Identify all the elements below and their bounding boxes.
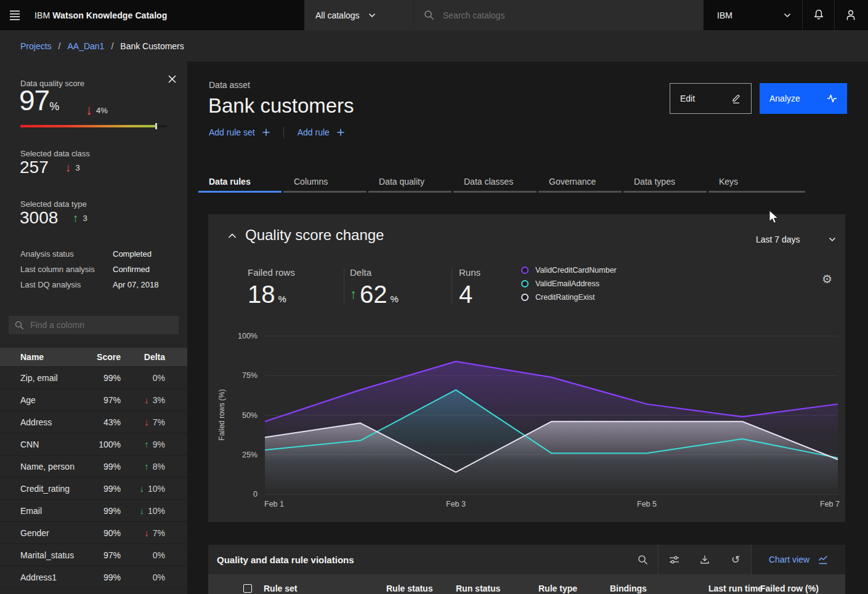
nav-left: IBMWatson Knowledge Catalog (0, 0, 304, 30)
legend-ring-icon (521, 294, 529, 301)
table-row[interactable]: Gender90%↓7% (0, 521, 187, 544)
collapse-chevron-up-icon[interactable] (224, 233, 240, 239)
menu-icon[interactable] (0, 0, 30, 30)
column-score: 90% (83, 528, 121, 538)
column-delta: ↑9% (121, 439, 165, 449)
delta-value: 3% (153, 395, 165, 405)
close-icon[interactable] (166, 73, 179, 86)
reset-refresh-icon[interactable]: ↺ (720, 545, 751, 574)
chevron-down-icon (829, 237, 836, 242)
dq-score-marker (155, 123, 157, 129)
app-title: IBMWatson Knowledge Catalog (34, 10, 167, 20)
analysis-meta: Analysis statusCompletedLast column anal… (20, 246, 168, 292)
data-type-delta: ↑ 3 (73, 212, 87, 224)
chart-title: Quality score change (245, 227, 384, 244)
download-icon[interactable] (689, 545, 720, 574)
table-row[interactable]: Credit_rating99%↓10% (0, 477, 187, 499)
column-score: 43% (83, 417, 121, 427)
stat-failed-rows: Failed rows 18% (248, 267, 295, 305)
gear-icon[interactable]: ⚙ (818, 273, 836, 286)
table-row[interactable]: Address43%↓7% (0, 411, 187, 433)
down-arrow-icon: ↓ (144, 417, 149, 427)
data-type-value: 3008 (20, 208, 58, 228)
data-class-value: 257 (20, 158, 49, 177)
table-row[interactable]: Zip, email99%0% (0, 366, 187, 388)
table-row[interactable]: Marital_status97%0% (0, 544, 187, 566)
meta-row: Analysis statusCompleted (20, 246, 168, 262)
breadcrumb-separator: / (111, 41, 113, 51)
tab-data-quality[interactable]: Data quality (368, 172, 452, 193)
table-row[interactable]: ↑ (0, 588, 187, 594)
quality-score-line-chart: 025%50%75%100%Failed rows (%)Feb 1Feb 3F… (208, 324, 845, 515)
user-avatar-icon[interactable] (834, 0, 866, 30)
tab-columns[interactable]: Columns (283, 172, 367, 193)
account-selector[interactable]: IBM (704, 0, 802, 30)
violations-col-header: Rule status (386, 584, 432, 593)
time-range-selector[interactable]: Last 7 days (756, 235, 836, 244)
column-name: Gender (20, 528, 83, 538)
catalog-selector[interactable]: All catalogs (304, 0, 414, 30)
column-delta: ↓10% (121, 484, 165, 494)
filter-settings-adjust-icon[interactable] (659, 545, 689, 574)
app-root: IBMWatson Knowledge Catalog All catalogs… (0, 0, 868, 594)
select-all-checkbox[interactable] (243, 584, 252, 593)
chart-view-toggle[interactable]: Chart view (752, 545, 845, 574)
violations-col-header: Rule type (538, 584, 577, 593)
breadcrumb-separator: / (59, 41, 61, 51)
table-row[interactable]: Age97%↓3% (0, 388, 187, 411)
legend-item[interactable]: ValidCreditCardNumber (521, 266, 617, 275)
down-arrow-icon: ↓ (65, 162, 71, 174)
svg-text:Feb 1: Feb 1 (264, 500, 284, 508)
legend-item[interactable]: ValidEmailAddress (521, 279, 617, 288)
data-type-label: Selected data type (20, 199, 87, 209)
column-delta: ↓10% (121, 506, 165, 516)
tab-data-rules[interactable]: Data rules (198, 172, 282, 193)
violations-toolbar: Quality and data rule violations ↺ Chart… (208, 545, 845, 574)
add-rule-set-link[interactable]: Add rule set (209, 127, 270, 137)
column-delta: 0% (121, 572, 165, 582)
meta-label: Last DQ analysis (20, 280, 113, 289)
tab-label: Data quality (379, 177, 424, 187)
edit-button[interactable]: Edit (670, 83, 752, 114)
data-class-delta: ↓ 3 (65, 162, 80, 174)
breadcrumb: Projects/AA_Dan1/Bank Customers (20, 41, 184, 51)
meta-label: Last column analysis (20, 265, 113, 274)
columns-table: Name Score Delta Zip, email99%0%Age97%↓3… (0, 348, 187, 594)
stat-runs: Runs 4 (459, 267, 481, 305)
chevron-down-icon (784, 13, 791, 18)
down-arrow-icon: ↓ (139, 506, 144, 515)
table-row[interactable]: Email99%↓10% (0, 499, 187, 521)
column-delta: ↑8% (121, 462, 165, 472)
find-column-input[interactable]: Find a colomn (9, 316, 179, 334)
add-rule-link[interactable]: Add rule (298, 127, 344, 137)
column-score: 97% (83, 395, 121, 405)
svg-text:25%: 25% (242, 451, 258, 459)
meta-row: Last DQ analysisApr 07, 2018 (20, 277, 168, 292)
breadcrumb-item[interactable]: Projects (20, 41, 52, 51)
tab-label: Data classes (464, 177, 513, 187)
search-input[interactable]: Search catalogs (414, 0, 704, 30)
search-icon[interactable] (627, 545, 658, 574)
table-row[interactable]: Address199%0% (0, 566, 187, 588)
breadcrumb-item[interactable]: AA_Dan1 (67, 41, 104, 51)
notifications-bell-icon[interactable] (802, 0, 834, 30)
delta-value: 10% (148, 484, 165, 494)
meta-value: Confirmed (113, 265, 150, 274)
svg-text:50%: 50% (242, 411, 258, 420)
analyze-button[interactable]: Analyze (760, 83, 847, 114)
tab-data-types[interactable]: Data types (623, 172, 707, 193)
column-name: Age (20, 395, 83, 405)
column-name: Zip, email (20, 373, 83, 383)
meta-row: Last column analysisConfirmed (20, 262, 168, 277)
activity-icon (827, 94, 837, 103)
legend-ring-icon (521, 280, 529, 287)
table-row[interactable]: Name, person99%↑8% (0, 455, 187, 477)
up-arrow-icon: ↑ (350, 287, 357, 301)
tab-keys[interactable]: Keys (708, 172, 805, 193)
table-row[interactable]: CNN100%↑9% (0, 433, 187, 455)
data-class-label: Selected data class (20, 149, 90, 158)
legend-item[interactable]: CreditRatingExist (521, 293, 617, 302)
tab-data-classes[interactable]: Data classes (453, 172, 537, 193)
tab-governance[interactable]: Governance (538, 172, 622, 193)
page-title: Bank customers (208, 94, 354, 118)
